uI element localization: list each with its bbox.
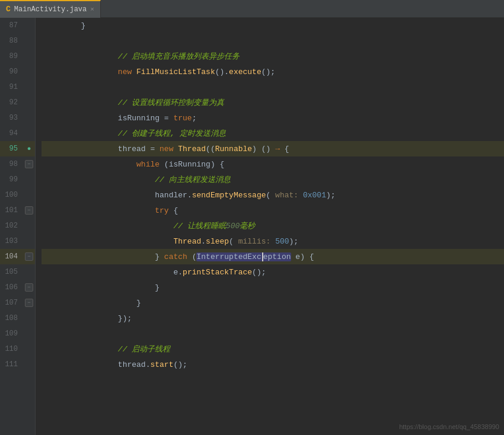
fold-icon-107[interactable]: −: [25, 299, 33, 307]
line-number-93: 93: [0, 114, 23, 122]
gutter-row-91: 91: [0, 79, 35, 95]
gutter-row-101: 101 −: [0, 203, 35, 218]
line-number-90: 90: [0, 68, 23, 76]
gutter-row-89: 89: [0, 49, 35, 64]
gutter-row-98: 98 −: [0, 156, 35, 172]
fold-icon-106[interactable]: −: [25, 283, 33, 292]
gutter-row-87: 87: [0, 18, 35, 33]
code-line-87: }: [42, 18, 504, 33]
line-number-108: 108: [0, 314, 23, 322]
gutter-row-88: 88: [0, 33, 35, 49]
gutter-row-108: 108: [0, 311, 35, 326]
gutter-row-104: 104 −: [0, 249, 35, 264]
line-number-87: 87: [0, 21, 23, 30]
line-number-gutter: 87 88 89 90 91 92 93: [0, 18, 36, 435]
gutter-row-110: 110: [0, 341, 35, 357]
line-number-94: 94: [0, 129, 23, 137]
line-number-92: 92: [0, 98, 23, 107]
gutter-row-111: 111: [0, 357, 35, 372]
gutter-row-94: 94: [0, 126, 35, 141]
line-number-99: 99: [0, 175, 23, 184]
bookmark-icon-95: ●: [27, 145, 31, 152]
gutter-row-99: 99: [0, 172, 35, 187]
code-content-111: thread.start();: [44, 351, 187, 378]
gutter-row-109: 109: [0, 326, 35, 341]
gutter-row-90: 90: [0, 64, 35, 79]
line-number-98: 98: [0, 160, 23, 168]
tab-java-icon: C: [6, 5, 11, 14]
code-line-108: });: [42, 311, 504, 326]
gutter-row-102: 102: [0, 218, 35, 234]
fold-icon-101[interactable]: −: [25, 206, 33, 215]
line-number-105: 105: [0, 268, 23, 276]
close-icon[interactable]: ×: [90, 6, 94, 13]
tab-main-activity[interactable]: C MainActivity.java ×: [0, 0, 101, 18]
code-line-111: thread.start();: [42, 357, 504, 372]
gutter-row-93: 93: [0, 110, 35, 126]
line-number-107: 107: [0, 299, 23, 307]
gutter-icon-98[interactable]: −: [23, 160, 36, 168]
code-content-108: });: [44, 305, 132, 332]
watermark: https://blog.csdn.net/qq_45838990: [399, 423, 499, 430]
line-number-100: 100: [0, 191, 23, 199]
line-number-104: 104: [0, 252, 23, 261]
gutter-icon-104[interactable]: −: [23, 252, 36, 261]
gutter-row-105: 105: [0, 264, 35, 280]
line-number-95: 95: [0, 145, 23, 153]
gutter-row-100: 100: [0, 187, 35, 203]
fold-icon-104[interactable]: −: [25, 252, 33, 261]
gutter-icon-101[interactable]: −: [23, 206, 36, 215]
line-number-101: 101: [0, 206, 23, 215]
gutter-row-103: 103: [0, 234, 35, 249]
line-number-103: 103: [0, 237, 23, 245]
gutter-row-107: 107 −: [0, 295, 35, 311]
line-number-88: 88: [0, 37, 23, 45]
line-number-91: 91: [0, 83, 23, 91]
gutter-row-106: 106 −: [0, 280, 35, 295]
editor: 87 88 89 90 91 92 93: [0, 18, 504, 435]
line-number-109: 109: [0, 330, 23, 338]
gutter-icon-107[interactable]: −: [23, 299, 36, 307]
line-number-106: 106: [0, 283, 23, 292]
tab-bar: C MainActivity.java ×: [0, 0, 504, 18]
gutter-icon-95[interactable]: ●: [23, 145, 36, 152]
code-content-87: }: [44, 21, 85, 30]
line-number-89: 89: [0, 52, 23, 60]
gutter-icon-106[interactable]: −: [23, 283, 36, 292]
tab-label: MainActivity.java: [14, 5, 87, 14]
code-content-90: new FillMusicListTask().execute();: [44, 59, 275, 85]
gutter-row-95: 95 ●: [0, 141, 35, 156]
line-number-110: 110: [0, 345, 23, 353]
code-line-90: new FillMusicListTask().execute();: [42, 64, 504, 79]
code-area[interactable]: } // 启动填充音乐播放列表异步任务 new FillMusicListTas…: [36, 18, 504, 435]
fold-icon-98[interactable]: −: [25, 160, 33, 168]
line-number-111: 111: [0, 360, 23, 369]
line-number-102: 102: [0, 222, 23, 230]
gutter-row-92: 92: [0, 95, 35, 110]
